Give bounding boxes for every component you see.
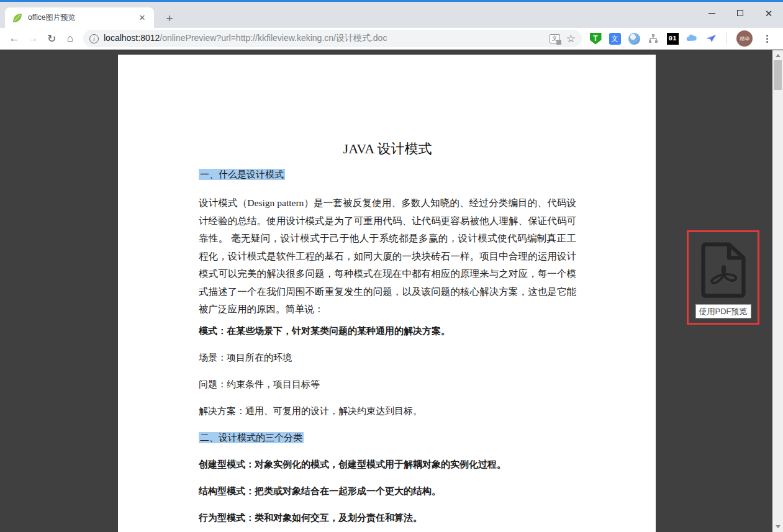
spring-leaf-favicon xyxy=(12,13,22,23)
scroll-down-icon[interactable] xyxy=(776,525,781,528)
document-title: JAVA 设计模式 xyxy=(199,140,576,158)
reload-button[interactable]: ↻ xyxy=(42,30,61,47)
sitemap-icon xyxy=(648,33,659,44)
browser-window: office图片预览 ✕ + ✕ ← → ↻ ⌂ i localhost:801… xyxy=(0,0,783,532)
address-bar[interactable]: i localhost:8012/onlinePreview?url=http:… xyxy=(83,30,582,47)
minimize-button[interactable] xyxy=(697,4,726,22)
window-controls: ✕ xyxy=(697,4,783,22)
category-structural: 结构型模式：把类或对象结合在一起形成一个更大的结构。 xyxy=(199,485,576,497)
url-host: localhost:8012 xyxy=(104,33,160,43)
shield-icon: T xyxy=(590,33,602,45)
chrome-menu-icon[interactable] xyxy=(759,32,774,45)
browser-toolbar: ← → ↻ ⌂ i localhost:8012/onlinePreview?u… xyxy=(0,28,783,50)
bookmark-star-icon[interactable]: ☆ xyxy=(566,32,576,45)
category-creational: 创建型模式：对象实例化的模式，创建型模式用于解耦对象的实例化过程。 xyxy=(199,459,576,471)
section-heading-2: 二、设计模式的三个分类 xyxy=(199,431,576,444)
minimize-icon xyxy=(708,13,715,14)
translate-page-icon[interactable]: 文 xyxy=(550,34,560,43)
google-translate-extension-icon[interactable]: 文 xyxy=(609,32,621,45)
highlighted-text: 一、什么是设计模式 xyxy=(199,169,285,180)
translate-icon: 文 xyxy=(609,33,621,45)
swirl-icon xyxy=(628,33,640,45)
definition-solution: 解决方案：通用、可复用的设计，解决约束达到目标。 xyxy=(199,405,576,417)
profile-avatar[interactable]: 精华 xyxy=(736,30,753,47)
extensions-area: T 文 01 xyxy=(586,30,778,47)
paper-plane-icon xyxy=(705,32,717,45)
cloud-extension-icon[interactable] xyxy=(686,32,698,45)
pdf-preview-label: 使用PDF预览 xyxy=(695,304,751,318)
tab-title: office图片预览 xyxy=(28,12,137,23)
page-scrollbar[interactable] xyxy=(772,50,783,532)
category-behavioral: 行为型模式：类和对象如何交互，及划分责任和算法。 xyxy=(199,512,576,524)
maximize-button[interactable] xyxy=(726,4,754,22)
counter-badge: 01 xyxy=(667,33,679,45)
tampermonkey-extension-icon[interactable]: T xyxy=(589,32,602,45)
cloud-icon xyxy=(686,32,698,45)
definition-scene: 场景：项目所在的环境 xyxy=(199,352,576,364)
paragraph-intro: 设计模式（Design pattern）是一套被反复使用、多数人知晓的、经过分类… xyxy=(199,194,576,318)
proxy-swirl-extension-icon[interactable] xyxy=(628,32,640,45)
new-tab-button[interactable]: + xyxy=(161,11,178,27)
definition-problem: 问题：约束条件，项目目标等 xyxy=(199,379,576,390)
close-button[interactable]: ✕ xyxy=(754,4,783,22)
home-button[interactable]: ⌂ xyxy=(61,30,79,47)
document-page: JAVA 设计模式 一、什么是设计模式 设计模式（Design pattern）… xyxy=(118,55,656,532)
preview-canvas: JAVA 设计模式 一、什么是设计模式 设计模式（Design pattern）… xyxy=(0,50,783,532)
section-heading-1: 一、什么是设计模式 xyxy=(199,168,576,181)
bird-extension-icon[interactable] xyxy=(705,32,717,45)
titlebar: office图片预览 ✕ + ✕ xyxy=(0,0,783,28)
toolbar-divider xyxy=(726,32,727,45)
browser-tab[interactable]: office图片预览 ✕ xyxy=(5,7,154,28)
highlighted-text: 二、设计模式的三个分类 xyxy=(199,432,304,443)
url-text[interactable]: localhost:8012/onlinePreview?url=http://… xyxy=(104,33,550,44)
page-info-icon[interactable]: i xyxy=(89,34,99,43)
pdf-preview-button[interactable]: 使用PDF预览 xyxy=(687,230,759,325)
url-path: /onlinePreview?url=http://kkfileview.kek… xyxy=(160,33,387,43)
maximize-icon xyxy=(737,10,743,16)
sitemap-extension-icon[interactable] xyxy=(647,32,659,45)
back-button[interactable]: ← xyxy=(5,30,24,47)
close-icon: ✕ xyxy=(765,9,773,18)
scrollbar-thumb[interactable] xyxy=(774,60,782,90)
forward-button[interactable]: → xyxy=(24,30,42,47)
scroll-up-icon[interactable] xyxy=(776,54,781,57)
definition-pattern: 模式：在某些场景下，针对某类问题的某种通用的解决方案。 xyxy=(199,325,576,337)
pdf-file-icon xyxy=(695,241,751,300)
tab-close-icon[interactable]: ✕ xyxy=(137,12,148,24)
counter-extension-icon[interactable]: 01 xyxy=(666,32,679,45)
